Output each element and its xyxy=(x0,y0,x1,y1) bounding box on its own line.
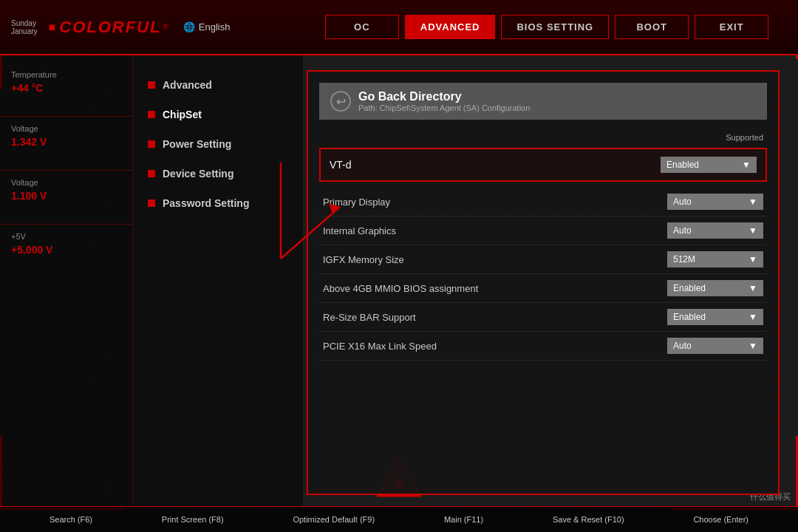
setting-row-primary-display: Primary Display Auto ▼ xyxy=(319,188,767,216)
menu-item-power-setting[interactable]: Power Setting xyxy=(133,129,303,159)
nav-boot-button[interactable]: BOOT xyxy=(615,15,689,39)
sidebar-section-voltage1: Voltage 1.342 V xyxy=(0,124,132,148)
voltage1-label: Voltage xyxy=(11,124,121,133)
setting-row-pcie-speed: PCIE X16 Max Link Speed Auto ▼ xyxy=(319,332,767,361)
bottom-bar: Search (F6) Print Screen (F8) Optimized … xyxy=(0,506,798,532)
menu-item-chipset[interactable]: ChipSet xyxy=(133,100,303,129)
menu-dot-advanced xyxy=(148,81,155,89)
4gb-mmio-arrow: ▼ xyxy=(748,283,757,293)
menu-item-advanced[interactable]: Advanced xyxy=(133,70,303,100)
4gb-mmio-value: Enabled xyxy=(673,283,706,293)
menu-dot-password xyxy=(148,200,155,207)
igfx-memory-dropdown[interactable]: 512M ▼ xyxy=(667,251,763,267)
temperature-value: +44 °C xyxy=(11,82,121,94)
globe-icon: 🌐 xyxy=(183,21,195,33)
divider-1 xyxy=(0,116,132,117)
divider-3 xyxy=(0,224,132,225)
voltage2-label: Voltage xyxy=(11,178,121,187)
menu-label-device: Device Setting xyxy=(163,168,233,180)
sidebar-section-temperature: Temperature +44 °C xyxy=(0,70,132,94)
menu-item-device-setting[interactable]: Device Setting xyxy=(133,159,303,188)
temperature-label: Temperature xyxy=(11,70,121,79)
registered-icon: ® xyxy=(163,23,168,31)
pcie-speed-value: Auto xyxy=(673,341,692,351)
vt-d-row: VT-d Enabled ▼ xyxy=(319,148,767,182)
nav-oc-button[interactable]: OC xyxy=(325,15,399,39)
go-back-icon: ↩ xyxy=(330,91,351,112)
bottom-optimized[interactable]: Optimized Default (F9) xyxy=(293,515,375,524)
resize-bar-arrow: ▼ xyxy=(748,312,757,322)
menu-dot-device xyxy=(148,170,155,177)
month-label: January xyxy=(11,27,38,35)
brand-logo: ■ COLORFUL ® xyxy=(49,18,168,37)
vt-d-value: Enabled xyxy=(666,160,699,170)
vt-d-dropdown[interactable]: Enabled ▼ xyxy=(661,157,757,173)
vt-d-label: VT-d xyxy=(330,159,352,171)
supported-column-header: Supported xyxy=(726,133,763,142)
language-label: English xyxy=(199,21,231,33)
voltage1-value: 1.342 V xyxy=(11,136,121,148)
internal-graphics-label: Internal Graphics xyxy=(323,225,396,236)
5v-value: +5.000 V xyxy=(11,244,121,256)
igfx-memory-label: IGFX Memory Size xyxy=(323,254,404,265)
sidebar-section-5v: +5V +5.000 V xyxy=(0,232,132,256)
language-selector[interactable]: 🌐 English xyxy=(183,21,231,33)
content-area: ↩ Go Back Directory Path: ChipSet\System… xyxy=(307,70,780,495)
resize-bar-label: Re-Size BAR Support xyxy=(323,312,416,323)
igfx-memory-value: 512M xyxy=(673,254,695,265)
go-back-path: Path: ChipSet\System Agent (SA) Configur… xyxy=(358,103,530,112)
resize-bar-value: Enabled xyxy=(673,312,706,322)
pcie-speed-label: PCIE X16 Max Link Speed xyxy=(323,341,437,352)
nav-exit-button[interactable]: EXIT xyxy=(695,15,768,39)
setting-row-4gb-mmio: Above 4GB MMIO BIOS assignment Enabled ▼ xyxy=(319,274,767,303)
go-back-text: Go Back Directory Path: ChipSet\System A… xyxy=(358,90,530,112)
sidebar: Temperature +44 °C Voltage 1.342 V Volta… xyxy=(0,55,133,506)
brand-area: Sunday January ■ COLORFUL ® 🌐 English xyxy=(0,18,296,37)
go-back-title: Go Back Directory xyxy=(358,90,530,103)
menu-item-password-setting[interactable]: Password Setting xyxy=(133,188,303,218)
primary-display-dropdown[interactable]: Auto ▼ xyxy=(667,194,763,210)
4gb-mmio-label: Above 4GB MMIO BIOS assignment xyxy=(323,283,478,294)
voltage2-value: 1.100 V xyxy=(11,190,121,202)
header: Sunday January ■ COLORFUL ® 🌐 English OC… xyxy=(0,0,798,55)
bottom-main[interactable]: Main (F11) xyxy=(444,515,483,524)
pcie-speed-arrow: ▼ xyxy=(748,341,757,351)
vt-d-dropdown-arrow: ▼ xyxy=(742,160,751,170)
setting-row-internal-graphics: Internal Graphics Auto ▼ xyxy=(319,216,767,245)
primary-display-label: Primary Display xyxy=(323,197,390,208)
day-label: Sunday xyxy=(11,19,38,27)
menu-dot-power xyxy=(148,140,155,148)
primary-display-arrow: ▼ xyxy=(748,197,757,207)
primary-display-value: Auto xyxy=(673,197,692,207)
internal-graphics-dropdown[interactable]: Auto ▼ xyxy=(667,222,763,239)
nav-buttons: OC ADVANCED BIOS SETTING BOOT EXIT xyxy=(296,15,798,39)
nav-bios-setting-button[interactable]: BIOS SETTING xyxy=(501,15,609,39)
igfx-memory-arrow: ▼ xyxy=(748,254,757,265)
go-back-bar[interactable]: ↩ Go Back Directory Path: ChipSet\System… xyxy=(319,83,767,120)
menu-label-advanced: Advanced xyxy=(163,79,212,91)
sidebar-section-voltage2: Voltage 1.100 V xyxy=(0,178,132,202)
logo-icon: ■ xyxy=(49,21,56,34)
internal-graphics-value: Auto xyxy=(673,225,692,236)
setting-row-resize-bar: Re-Size BAR Support Enabled ▼ xyxy=(319,303,767,332)
nav-advanced-button[interactable]: ADVANCED xyxy=(405,15,496,39)
internal-graphics-arrow: ▼ xyxy=(748,225,757,236)
menu-label-password: Password Setting xyxy=(163,197,249,209)
setting-row-igfx-memory: IGFX Memory Size 512M ▼ xyxy=(319,245,767,274)
resize-bar-dropdown[interactable]: Enabled ▼ xyxy=(667,309,763,325)
4gb-mmio-dropdown[interactable]: Enabled ▼ xyxy=(667,280,763,296)
menu-dot-chipset xyxy=(148,111,155,118)
pcie-speed-dropdown[interactable]: Auto ▼ xyxy=(667,338,763,354)
divider-2 xyxy=(0,170,132,171)
brand-name: COLORFUL xyxy=(59,18,161,37)
menu-label-power: Power Setting xyxy=(163,138,231,150)
main-menu: Advanced ChipSet Power Setting Device Se… xyxy=(133,55,303,506)
bottom-save-reset[interactable]: Save & Reset (F10) xyxy=(553,515,624,524)
date-area: Sunday January xyxy=(11,19,38,35)
bottom-print[interactable]: Print Screen (F8) xyxy=(162,515,224,524)
menu-label-chipset: ChipSet xyxy=(163,109,202,120)
bottom-choose[interactable]: Choose (Enter) xyxy=(693,515,748,524)
settings-container: Supported VT-d Enabled ▼ Primary Display… xyxy=(308,126,778,364)
settings-header-row: Supported xyxy=(319,129,767,146)
bottom-search[interactable]: Search (F6) xyxy=(50,515,92,524)
